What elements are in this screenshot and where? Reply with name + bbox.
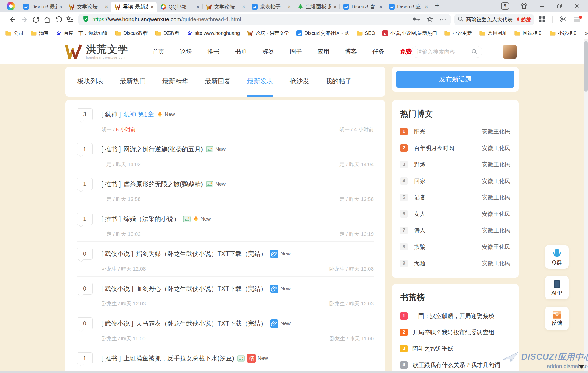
forum-tab-我的帖子[interactable]: 我的帖子 (326, 67, 352, 97)
scrollbar-thumb[interactable] (584, 41, 588, 92)
author-link[interactable]: 卧龙生 (330, 336, 345, 341)
password-key-icon[interactable] (412, 17, 420, 22)
reply-count-bubble[interactable]: 1 (77, 143, 93, 155)
forum-tab-最新发表[interactable]: 最新发表 (247, 67, 273, 97)
author-link[interactable]: 一定 (334, 196, 345, 202)
browser-logo-icon[interactable] (7, 2, 15, 10)
screenshot-scissors-icon[interactable] (560, 16, 567, 24)
blog-title-link[interactable]: 野炼 (414, 161, 425, 168)
tab-close-icon[interactable]: × (425, 4, 428, 10)
restore-button[interactable] (556, 3, 562, 9)
book-title-link[interactable]: 三国：汉室麒麟，开局迎娶蔡琰 (412, 312, 494, 320)
site-search-icon[interactable] (471, 48, 477, 56)
nav-item-任务[interactable]: 任务 (372, 48, 384, 56)
thread-category[interactable]: [ 武侠小说 ] (101, 319, 133, 328)
bookmarks-overflow-chevron[interactable]: » (585, 30, 588, 37)
reply-count-bubble[interactable]: 1 (77, 178, 93, 190)
author-link[interactable]: 卧龙生 (101, 266, 117, 272)
watermark-collapse-caret[interactable] (579, 365, 584, 369)
bookmark-folder[interactable]: DZ教程 (155, 30, 180, 36)
bookmark-folder[interactable]: 常用网址 (479, 30, 507, 36)
thread-title-link[interactable]: 指剑为媒（卧龙生武侠小说）TXT下载（完结） (136, 250, 267, 258)
browser-tab[interactable]: 文学论坛 -× (202, 2, 248, 12)
bookmark-folder[interactable]: 淘宝 (31, 30, 49, 36)
user-avatar[interactable] (503, 45, 517, 59)
forum-tab-最新热门[interactable]: 最新热门 (120, 67, 146, 97)
thread-category[interactable]: [ 推书 ] (101, 145, 121, 154)
minimize-button[interactable] (539, 3, 545, 9)
author-link[interactable]: 胡一 (101, 127, 112, 132)
nav-item-书单[interactable]: 书单 (235, 48, 247, 56)
tab-close-icon[interactable]: × (288, 4, 291, 10)
bookmark-folder[interactable]: 小说更新 (444, 30, 472, 36)
reply-count-bubble[interactable]: 0 (77, 283, 93, 295)
blog-author-link[interactable]: 安徽王化民 (482, 227, 510, 234)
tab-count-badge[interactable]: 9 (501, 2, 509, 10)
page-scrollbar[interactable] (584, 39, 588, 373)
author-link[interactable]: 卧龙生 (329, 266, 345, 272)
nav-item-应用[interactable]: 应用 (317, 48, 329, 56)
nav-item-推书[interactable]: 推书 (207, 48, 219, 56)
blog-title-link[interactable]: 记者 (414, 194, 425, 201)
bookmark-folder[interactable]: SEO (357, 30, 375, 36)
tab-close-icon[interactable]: × (333, 4, 337, 10)
tab-close-icon[interactable]: × (59, 4, 62, 10)
refresh-button[interactable] (30, 14, 41, 25)
blog-title-link[interactable]: 阳光 (414, 128, 425, 135)
theme-skin-icon[interactable] (520, 3, 528, 9)
blog-title-link[interactable]: 女人 (414, 210, 425, 218)
forum-tab-最新精华[interactable]: 最新精华 (162, 67, 188, 97)
float-button-APP[interactable]: APP (545, 276, 569, 299)
author-link[interactable]: 一定 (101, 161, 112, 167)
bookmark-folder[interactable]: 小说相关 (550, 30, 577, 36)
author-link[interactable]: 一定 (101, 231, 112, 237)
thread-category[interactable]: [ 武侠小说 ] (101, 285, 133, 293)
author-link[interactable]: 卧龙生 (101, 336, 117, 341)
blog-title-link[interactable]: 百年明月今时圆 (414, 144, 454, 152)
bookmark-folder[interactable]: 网站相关 (514, 30, 542, 36)
forward-button[interactable] (19, 14, 30, 25)
quick-search-box[interactable]: 高瑜被罢免人大代表 热搜 (454, 14, 534, 25)
bookmark-item[interactable]: site:www.honghuang (187, 30, 240, 36)
url-text[interactable]: https://www.honghuangwenxue.com/guide-ne… (92, 16, 241, 23)
apps-grid-icon[interactable] (539, 16, 545, 23)
forum-tab-最新回复[interactable]: 最新回复 (205, 67, 231, 97)
bookmark-folder[interactable]: Discuz教程 (115, 30, 148, 36)
browser-tab-active[interactable]: 导读-最新发× (111, 2, 157, 12)
thread-category[interactable]: [ 推书 ] (101, 354, 121, 363)
bookmark-folder[interactable]: 公司 (5, 30, 23, 36)
blog-title-link[interactable]: 回家 (414, 177, 425, 185)
thread-category[interactable]: [ 推书 ] (101, 215, 121, 223)
home-button[interactable] (41, 14, 53, 25)
tab-close-icon[interactable]: × (151, 4, 154, 10)
book-title-link[interactable]: 阿斗之智近乎妖 (412, 345, 454, 353)
site-search-input[interactable]: 请输入搜索内容 (412, 46, 482, 58)
tab-close-icon[interactable]: × (105, 4, 108, 10)
thread-title-link[interactable]: 上班摸鱼被抓，反手拉女总裁下水(汐豆) (124, 354, 234, 363)
thread-category[interactable]: [ 弑神 ] (101, 110, 121, 119)
browser-tab[interactable]: Discuz! 最新× (19, 2, 65, 12)
favorites-bar-icon[interactable] (64, 14, 76, 25)
thread-title-link[interactable]: 弑神 第1章 (124, 110, 154, 119)
blog-author-link[interactable]: 安徽王化民 (482, 259, 510, 267)
bookmark-item[interactable]: 论坛 - 洪荒文学 (247, 30, 289, 36)
blog-author-link[interactable]: 安徽王化民 (482, 128, 510, 135)
bookmark-star-icon[interactable] (427, 16, 433, 23)
blog-author-link[interactable]: 安徽王化民 (482, 210, 510, 218)
blog-author-link[interactable]: 安徽王化民 (482, 177, 510, 185)
nav-item-论坛[interactable]: 论坛 (180, 48, 192, 56)
browser-menu-icon[interactable] (574, 16, 581, 23)
thread-title-link[interactable]: 血剑丹心（卧龙生武侠小说）TXT下载（完结） (136, 285, 267, 293)
nav-item-博客[interactable]: 博客 (345, 48, 357, 56)
thread-title-link[interactable]: 天马霜衣（卧龙生武侠小说）TXT下载（完结） (136, 319, 267, 328)
thread-title-link[interactable]: 虐杀原形的无限之旅(鹦鹉精) (124, 180, 203, 188)
trending-query[interactable]: 高瑜被罢免人大代表 (466, 16, 514, 23)
browser-tab[interactable]: Discuz! 官× (339, 2, 385, 12)
forum-tab-板块列表[interactable]: 板块列表 (77, 67, 103, 97)
blog-author-link[interactable]: 安徽王化民 (482, 194, 510, 201)
book-title-link[interactable]: 开局停职？我转投市纪委调查组 (412, 328, 494, 336)
back-button[interactable] (7, 14, 19, 25)
bookmark-item[interactable]: Discuz!交流社区 - 贰 (296, 30, 349, 36)
close-window-button[interactable] (574, 3, 580, 9)
browser-tab[interactable]: 发表帖子 -× (248, 2, 294, 12)
